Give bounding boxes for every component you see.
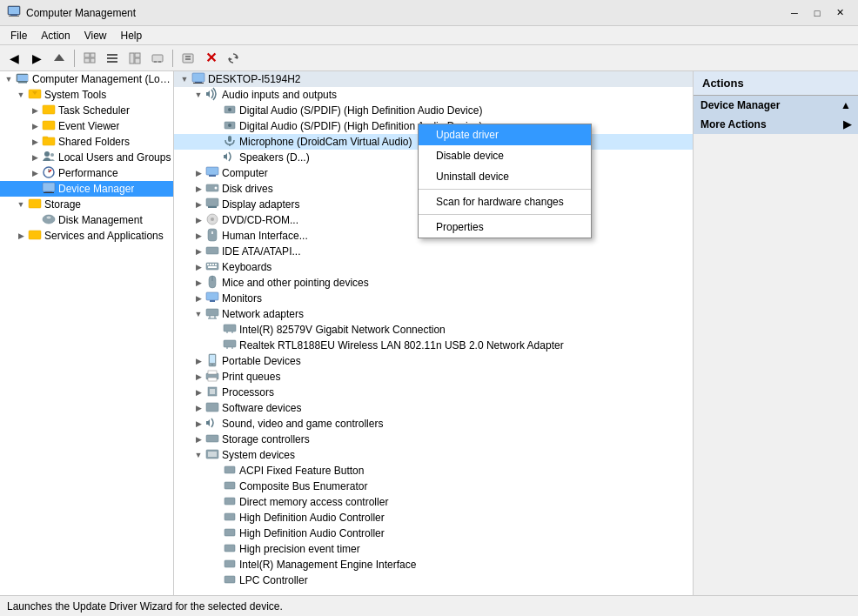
- dev-processors[interactable]: ▶ Processors: [174, 385, 693, 400]
- svg-rect-73: [210, 300, 215, 302]
- svg-rect-7: [84, 58, 90, 63]
- dev-root-expand: ▼: [178, 72, 191, 86]
- dev-software[interactable]: ▶ Software devices: [174, 400, 693, 416]
- menu-action[interactable]: Action: [34, 28, 77, 44]
- dev-system-devices[interactable]: ▼ System devices: [174, 447, 693, 463]
- dev-network-adapters[interactable]: ▼ Network adapters: [174, 306, 693, 322]
- svg-rect-44: [192, 73, 204, 82]
- svg-rect-63: [206, 247, 218, 254]
- minimize-button[interactable]: ─: [783, 4, 806, 22]
- lpc-label: LPC Controller: [239, 574, 308, 586]
- intel-nic-expand: [209, 323, 223, 337]
- status-text: Launches the Update Driver Wizard for th…: [7, 600, 283, 613]
- ctx-separator-1: [419, 189, 591, 190]
- dev-hda-ctrl-1[interactable]: High Definition Audio Controller: [174, 510, 693, 526]
- toolbar-btn-3[interactable]: [124, 48, 145, 69]
- dev-mice[interactable]: ▶ Mice and other pointing devices: [174, 275, 693, 291]
- svg-marker-21: [234, 56, 238, 59]
- menu-view[interactable]: View: [77, 28, 114, 44]
- task-sched-expand: ▶: [28, 104, 42, 117]
- tree-storage[interactable]: ▼ Storage: [0, 197, 173, 212]
- hid-expand: ▶: [191, 229, 205, 243]
- dev-ide[interactable]: ▶ IDE ATA/ATAPI...: [174, 244, 693, 259]
- services-apps-label: Services and Applications: [44, 230, 164, 242]
- network-adapters-label: Network adapters: [222, 308, 304, 320]
- app-icon: [7, 4, 21, 21]
- tree-device-manager[interactable]: Device Manager: [0, 181, 173, 197]
- tree-task-scheduler[interactable]: ▶ Task Scheduler: [0, 103, 173, 118]
- dev-mei[interactable]: Intel(R) Management Engine Interface: [174, 557, 693, 572]
- dev-sound-video[interactable]: ▶ Sound, video and game controllers: [174, 416, 693, 432]
- dev-keyboards[interactable]: ▶ Keyboards: [174, 259, 693, 275]
- dvd-expand: ▶: [191, 213, 205, 227]
- mice-label: Mice and other pointing devices: [222, 277, 369, 289]
- dev-monitors[interactable]: ▶ Monitors: [174, 291, 693, 306]
- keyboards-label: Keyboards: [222, 261, 271, 273]
- dev-print-queues[interactable]: ▶ Print queues: [174, 369, 693, 385]
- dev-lpc[interactable]: LPC Controller: [174, 572, 693, 588]
- dev-storage-ctrl[interactable]: ▶ Storage controllers: [174, 432, 693, 447]
- dev-root[interactable]: ▼ DESKTOP-I5194H2: [174, 71, 693, 87]
- svg-rect-102: [225, 560, 235, 567]
- ctx-uninstall-device[interactable]: Uninstall device: [419, 166, 591, 187]
- disk-management-label: Disk Management: [58, 214, 143, 226]
- svg-rect-57: [206, 198, 218, 206]
- device-manager-action-section[interactable]: Device Manager ▲: [694, 96, 858, 115]
- up-button[interactable]: [49, 48, 70, 69]
- dev-realtek-wifi[interactable]: Realtek RTL8188EU Wireless LAN 802.11n U…: [174, 338, 693, 353]
- toolbar-btn-4[interactable]: [147, 48, 168, 69]
- acpi-expand: [209, 464, 223, 478]
- dev-portable[interactable]: ▶ Portable Devices: [174, 353, 693, 369]
- mice-expand: ▶: [191, 276, 205, 290]
- maximize-button[interactable]: □: [806, 4, 828, 22]
- svg-rect-5: [84, 53, 90, 57]
- tree-performance[interactable]: ▶ Performance: [0, 165, 173, 181]
- kbd-expand: ▶: [191, 260, 205, 274]
- system-devices-label: System devices: [222, 449, 295, 461]
- composite-bus-icon: [223, 479, 237, 495]
- close-button[interactable]: ✕: [828, 4, 851, 22]
- tree-services-apps[interactable]: ▶ Services and Applications: [0, 228, 173, 244]
- dev-acpi[interactable]: ACPI Fixed Feature Button: [174, 463, 693, 479]
- forward-button[interactable]: ▶: [26, 48, 47, 69]
- refresh-button[interactable]: [223, 48, 244, 69]
- tree-disk-management[interactable]: Disk Management: [0, 212, 173, 228]
- menu-help[interactable]: Help: [114, 28, 150, 44]
- svg-point-86: [211, 364, 213, 365]
- back-button[interactable]: ◀: [3, 48, 24, 69]
- menu-file[interactable]: File: [3, 28, 34, 44]
- local-users-label: Local Users and Groups: [58, 151, 171, 164]
- dev-intel-nic[interactable]: Intel(R) 82579V Gigabit Network Connecti…: [174, 322, 693, 338]
- toolbar-btn-2[interactable]: [102, 48, 123, 69]
- dev-digital-audio-1[interactable]: Digital Audio (S/PDIF) (High Definition …: [174, 103, 693, 118]
- tree-system-tools[interactable]: ▼ System Tools: [0, 87, 173, 103]
- title-bar: Computer Management ─ □ ✕: [0, 0, 858, 26]
- more-actions-section[interactable]: More Actions ▶: [694, 115, 858, 134]
- ctx-update-driver[interactable]: Update driver: [419, 124, 591, 145]
- dev-hpet[interactable]: High precision event timer: [174, 541, 693, 557]
- delete-button[interactable]: ✕: [200, 48, 221, 69]
- local-users-icon: [42, 150, 56, 166]
- dev-dma[interactable]: Direct memory access controller: [174, 494, 693, 510]
- dev-hda-ctrl-2[interactable]: High Definition Audio Controller: [174, 526, 693, 541]
- tree-root[interactable]: ▼ Computer Management (Local: [0, 71, 173, 87]
- svg-rect-17: [158, 61, 161, 63]
- svg-rect-29: [43, 121, 55, 130]
- computer-label: Computer: [222, 167, 268, 179]
- tree-shared-folders[interactable]: ▶ Shared Folders: [0, 134, 173, 150]
- event-viewer-expand: ▶: [28, 119, 42, 133]
- ctx-scan-hardware[interactable]: Scan for hardware changes: [419, 191, 591, 212]
- tree-local-users[interactable]: ▶ Local Users and Groups: [0, 150, 173, 165]
- svg-point-33: [50, 153, 54, 157]
- svg-rect-24: [18, 82, 27, 84]
- device-manager-expand: [28, 182, 42, 196]
- dev-audio-inputs[interactable]: ▼ Audio inputs and outputs: [174, 87, 693, 103]
- toolbar-btn-5[interactable]: [178, 48, 198, 69]
- ctx-disable-device[interactable]: Disable device: [419, 145, 591, 166]
- ctx-properties[interactable]: Properties: [419, 217, 591, 238]
- tree-event-viewer[interactable]: ▶ Event Viewer: [0, 118, 173, 134]
- show-hide-button[interactable]: [79, 48, 100, 69]
- toolbar: ◀ ▶: [0, 45, 858, 71]
- svg-rect-95: [208, 452, 217, 457]
- dev-composite-bus[interactable]: Composite Bus Enumerator: [174, 479, 693, 494]
